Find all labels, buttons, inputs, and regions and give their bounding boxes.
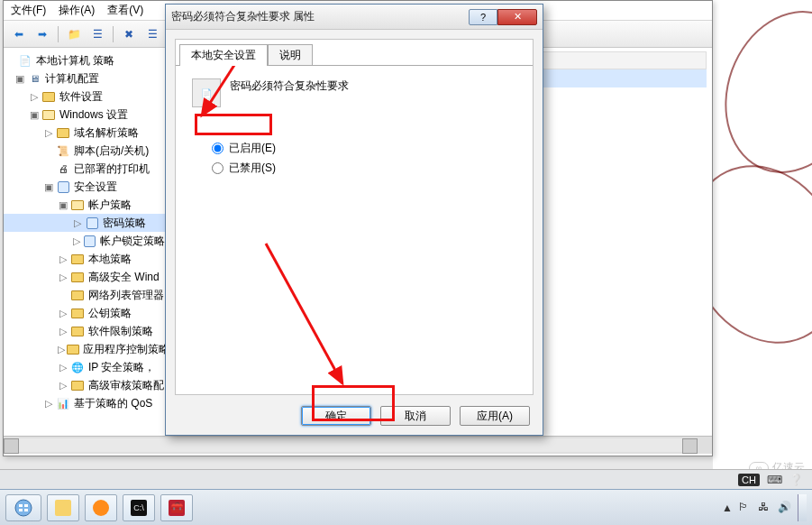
dialog-button-row: 确定 取消 应用(A) bbox=[301, 406, 530, 426]
tree-account-policies[interactable]: ▣帐户策略 bbox=[4, 196, 165, 214]
tree-local-policies[interactable]: ▷本地策略 bbox=[4, 250, 165, 268]
apply-button[interactable]: 应用(A) bbox=[460, 406, 530, 426]
tree-security[interactable]: ▣安全设置 bbox=[4, 178, 165, 196]
chart-icon: 📊 bbox=[56, 396, 70, 410]
tree-adv-audit[interactable]: ▷高级审核策略配 bbox=[4, 376, 165, 394]
system-tray: ▲ 🏳 🖧 🔊 bbox=[722, 501, 792, 515]
folder-icon bbox=[42, 92, 55, 102]
tree-windows-settings[interactable]: ▣Windows 设置 bbox=[4, 106, 165, 124]
toolbox-icon: 🧰 bbox=[169, 500, 185, 516]
desktop-wallpaper bbox=[713, 0, 812, 525]
tree-netlist[interactable]: 网络列表管理器 bbox=[4, 286, 165, 304]
separator bbox=[58, 26, 59, 42]
globe-icon: 🌐 bbox=[70, 360, 85, 374]
volume-icon[interactable]: 🔊 bbox=[778, 501, 792, 515]
tree-password-policy[interactable]: ▷密码策略 bbox=[4, 214, 165, 232]
tab-strip: 本地安全设置 说明 bbox=[176, 40, 533, 65]
task-media[interactable] bbox=[85, 494, 117, 521]
tree-pubkey[interactable]: ▷公钥策略 bbox=[4, 304, 165, 322]
tab-content: 📄 密码必须符合复杂性要求 已启用(E) 已禁用(S) bbox=[176, 65, 533, 396]
tree-scripts[interactable]: 📜脚本(启动/关机) bbox=[4, 142, 165, 160]
explorer-icon bbox=[55, 500, 71, 516]
task-mmc[interactable]: 🧰 bbox=[160, 494, 193, 521]
document-icon: 📄 bbox=[18, 53, 32, 68]
menu-view[interactable]: 查看(V) bbox=[107, 3, 143, 18]
menu-file[interactable]: 文件(F) bbox=[11, 3, 46, 18]
policy-icon bbox=[84, 235, 96, 247]
printer-icon: 🖨 bbox=[56, 161, 70, 176]
tree-lockout-policy[interactable]: ▷帐户锁定策略 bbox=[4, 232, 165, 250]
folder-icon bbox=[71, 309, 84, 318]
tree-ipsec[interactable]: ▷🌐IP 安全策略， bbox=[4, 358, 165, 376]
tab-explain[interactable]: 说明 bbox=[268, 44, 313, 66]
radio-disabled-input[interactable] bbox=[212, 162, 224, 174]
dialog-title: 密码必须符合复杂性要求 属性 bbox=[171, 9, 469, 24]
separator bbox=[113, 26, 114, 42]
ime-options-icon[interactable]: ⌨ bbox=[767, 474, 782, 486]
tree-qos[interactable]: ▷📊基于策略的 QoS bbox=[4, 394, 165, 412]
up-button[interactable]: 📁 bbox=[64, 24, 84, 44]
policy-icon bbox=[87, 217, 98, 229]
cmd-icon: C:\ bbox=[131, 500, 147, 516]
folder-open-icon bbox=[42, 110, 55, 120]
flag-icon[interactable]: 🏳 bbox=[738, 501, 753, 515]
show-hide-button[interactable]: ☰ bbox=[87, 24, 107, 44]
ime-help-icon[interactable]: ❔ bbox=[789, 474, 803, 486]
delete-button[interactable]: ✖ bbox=[119, 24, 139, 44]
radio-enabled-input[interactable] bbox=[212, 143, 224, 154]
dialog-body: 本地安全设置 说明 📄 密码必须符合复杂性要求 已启用(E) 已禁用(S) bbox=[175, 39, 534, 395]
ime-indicator[interactable]: CH bbox=[738, 474, 760, 486]
forward-button[interactable]: ➡ bbox=[32, 24, 52, 44]
svg-point-2 bbox=[15, 500, 32, 516]
properties-dialog: 密码必须符合复杂性要求 属性 ? ✕ 本地安全设置 说明 📄 密码必须符合复杂性… bbox=[165, 4, 543, 436]
folder-icon bbox=[71, 254, 84, 264]
tray-expand-icon[interactable]: ▲ bbox=[722, 502, 733, 514]
folder-open-icon bbox=[71, 200, 84, 210]
menu-action[interactable]: 操作(A) bbox=[59, 3, 95, 18]
computer-icon: 🖥 bbox=[27, 71, 41, 86]
tree-root[interactable]: 📄本地计算机 策略 bbox=[4, 51, 165, 69]
folder-icon bbox=[71, 272, 84, 282]
close-button[interactable]: ✕ bbox=[497, 9, 537, 25]
task-cmd[interactable]: C:\ bbox=[123, 494, 155, 521]
status-bar bbox=[4, 436, 712, 454]
ok-button[interactable]: 确定 bbox=[301, 406, 371, 426]
tree-pane[interactable]: 📄本地计算机 策略 ▣🖥计算机配置 ▷软件设置 ▣Windows 设置 ▷域名解… bbox=[4, 48, 166, 436]
network-icon[interactable]: 🖧 bbox=[758, 501, 772, 515]
tree-software-settings[interactable]: ▷软件设置 bbox=[4, 88, 165, 106]
folder-icon bbox=[57, 128, 69, 138]
folder-icon bbox=[71, 381, 84, 391]
tree-app-control[interactable]: ▷应用程序控制策略 bbox=[4, 340, 165, 358]
tree-adv-firewall[interactable]: ▷高级安全 Wind bbox=[4, 268, 165, 286]
back-button[interactable]: ⬅ bbox=[9, 24, 29, 44]
cancel-button[interactable]: 取消 bbox=[380, 406, 451, 426]
start-button[interactable] bbox=[5, 494, 41, 521]
show-desktop-button[interactable] bbox=[798, 494, 807, 521]
tree-software-restrict[interactable]: ▷软件限制策略 bbox=[4, 322, 165, 340]
security-icon bbox=[58, 181, 69, 193]
script-icon: 📜 bbox=[56, 143, 70, 158]
taskbar: C:\ 🧰 ▲ 🏳 🖧 🔊 bbox=[0, 489, 812, 525]
properties-button[interactable]: ☰ bbox=[142, 24, 162, 44]
tree-printers[interactable]: 🖨已部署的打印机 bbox=[4, 160, 165, 178]
tree-dns-policy[interactable]: ▷域名解析策略 bbox=[4, 124, 165, 142]
task-explorer[interactable] bbox=[47, 494, 79, 521]
media-player-icon bbox=[93, 500, 109, 516]
folder-icon bbox=[71, 290, 84, 300]
policy-header: 密码必须符合复杂性要求 bbox=[230, 78, 349, 94]
policy-icon: 📄 bbox=[192, 78, 221, 107]
tab-local-settings[interactable]: 本地安全设置 bbox=[179, 44, 268, 66]
radio-disabled[interactable]: 已禁用(S) bbox=[212, 158, 516, 178]
radio-enabled[interactable]: 已启用(E) bbox=[212, 138, 516, 158]
horizontal-scrollbar[interactable] bbox=[4, 438, 698, 452]
language-bar: CH ⌨ ❔ bbox=[0, 469, 812, 489]
tree-computer-config[interactable]: ▣🖥计算机配置 bbox=[4, 69, 165, 88]
windows-logo-icon bbox=[14, 499, 32, 517]
dialog-titlebar[interactable]: 密码必须符合复杂性要求 属性 ? ✕ bbox=[166, 5, 543, 30]
folder-icon bbox=[67, 345, 79, 355]
folder-icon bbox=[71, 327, 84, 336]
help-button[interactable]: ? bbox=[469, 9, 497, 25]
